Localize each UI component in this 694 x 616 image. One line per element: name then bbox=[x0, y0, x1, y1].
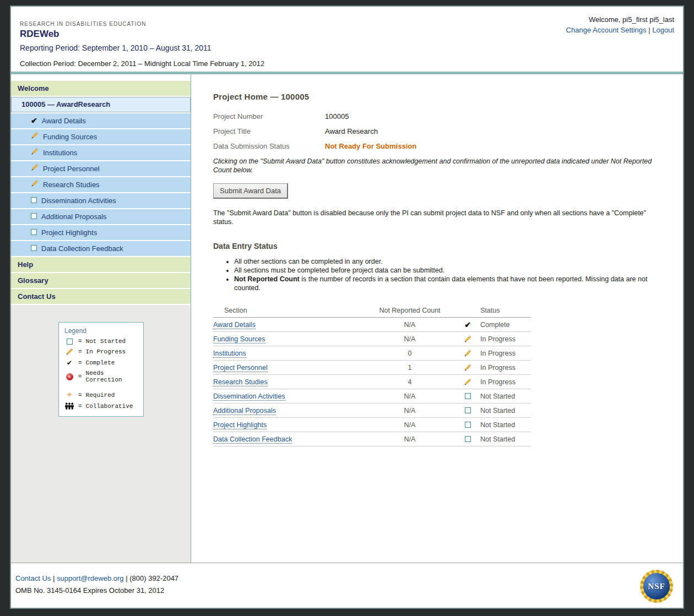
square-icon bbox=[465, 422, 471, 428]
legend-item-label: Required bbox=[86, 392, 115, 399]
table-row: Dissemination Activities N/A Not Started bbox=[213, 389, 531, 404]
submit-award-data-button[interactable]: Submit Award Data bbox=[213, 183, 288, 199]
status-icon-cell bbox=[457, 422, 479, 428]
pencil-icon bbox=[31, 132, 39, 139]
legend-item: = Collaborative bbox=[64, 402, 138, 410]
pencil-icon bbox=[464, 378, 471, 386]
footer-separator: | bbox=[126, 574, 127, 582]
sidebar-item[interactable]: Additional Proposals bbox=[11, 209, 191, 224]
welcome-user-text: Welcome, pi5_first pi5_last bbox=[566, 15, 674, 24]
sidebar-item[interactable]: Dissemination Activities bbox=[11, 193, 191, 208]
sidebar-item[interactable]: Help bbox=[11, 257, 191, 272]
sidebar-item[interactable]: Glossary bbox=[11, 273, 191, 288]
sidebar-item[interactable]: Contact Us bbox=[11, 289, 191, 304]
legend-item: ✔ = Complete bbox=[64, 359, 138, 367]
status-icon-cell: ✔ bbox=[457, 321, 479, 329]
footer-contact-us-link[interactable]: Contact Us bbox=[15, 574, 51, 582]
nsf-logo-globe: NSF bbox=[643, 573, 670, 599]
legend-equals: = bbox=[78, 392, 82, 399]
legend-item: ✕ = Needs Correction bbox=[64, 370, 138, 383]
sidebar-item-welcome[interactable]: Welcome bbox=[11, 81, 191, 96]
field-value: Not Ready For Submission bbox=[325, 142, 416, 150]
section-link[interactable]: Project Highlights bbox=[213, 421, 267, 429]
omb-expiration-text: OMB No. 3145-0164 Expires October 31, 20… bbox=[15, 586, 683, 595]
sidebar-item-label: Data Collection Feedback bbox=[41, 241, 123, 256]
bullet-text: All sections must be completed before pr… bbox=[234, 266, 444, 274]
reporting-period: Reporting Period: September 1, 2010 – Au… bbox=[20, 43, 683, 52]
collection-period: Collection Period: December 2, 2011 – Mi… bbox=[20, 59, 683, 68]
sidebar-item[interactable]: Project Personnel bbox=[11, 161, 191, 176]
col-header-section: Section bbox=[213, 307, 363, 314]
bullet-item: All other sections can be completed in a… bbox=[234, 257, 665, 266]
section-link[interactable]: Additional Proposals bbox=[213, 407, 276, 415]
status-icon-cell bbox=[457, 378, 479, 386]
project-field-row: Project Title Award Research bbox=[213, 127, 683, 135]
sidebar-item[interactable]: ✔ Award Details bbox=[11, 113, 191, 128]
sidebar-item[interactable]: Institutions bbox=[11, 145, 191, 160]
table-row: Project Personnel 1 In Progress bbox=[213, 361, 531, 375]
sidebar-item-label: Project Highlights bbox=[41, 225, 97, 240]
sidebar-nav: Welcome 100005 — AwardResearch ✔ Award D… bbox=[11, 74, 191, 563]
sidebar-item[interactable]: Research Studies bbox=[11, 177, 191, 192]
change-account-settings-link[interactable]: Change Account Settings bbox=[566, 26, 647, 34]
pencil-icon bbox=[31, 179, 39, 187]
project-field-row: Data Submission Status Not Ready For Sub… bbox=[213, 142, 683, 150]
legend-item: ✳ = Required bbox=[64, 391, 138, 399]
submit-disabled-note: The "Submit Award Data" button is disabl… bbox=[213, 209, 664, 226]
sidebar-item[interactable]: Funding Sources bbox=[11, 129, 191, 144]
table-row: Project Highlights N/A Not Started bbox=[213, 418, 531, 432]
status-text: In Progress bbox=[479, 364, 531, 372]
data-entry-status-heading: Data Entry Status bbox=[213, 242, 683, 250]
footer-email-link[interactable]: support@rdeweb.org bbox=[57, 574, 124, 582]
nsf-logo: NSF bbox=[640, 570, 673, 603]
sidebar-item[interactable]: Data Collection Feedback bbox=[11, 241, 191, 256]
legend-item: = In Progress bbox=[64, 348, 138, 356]
footer-phone: (800) 392-2047 bbox=[129, 574, 178, 582]
col-header-count: Not Reported Count bbox=[363, 307, 457, 314]
bullet-bold-text: Not Reported Count bbox=[234, 275, 300, 283]
not-reported-count: 1 bbox=[363, 364, 457, 372]
section-link[interactable]: Award Details bbox=[213, 321, 256, 329]
pencil-icon bbox=[31, 163, 39, 171]
not-reported-count: 4 bbox=[363, 378, 457, 386]
legend-item-label: In Progress bbox=[86, 348, 126, 355]
pencil-icon bbox=[64, 348, 74, 356]
status-icon-cell bbox=[457, 436, 479, 442]
section-link[interactable]: Dissemination Activities bbox=[213, 393, 285, 401]
field-label: Data Submission Status bbox=[213, 142, 325, 150]
field-label: Project Number bbox=[213, 112, 325, 121]
square-icon bbox=[31, 229, 37, 235]
section-link[interactable]: Project Personnel bbox=[213, 364, 268, 372]
header-link-separator: | bbox=[648, 26, 650, 34]
error-icon: ✕ bbox=[64, 373, 74, 380]
app-window: RESEARCH IN DISABILITIES EDUCATION RDEWe… bbox=[10, 6, 684, 609]
sidebar-item-label: Award Details bbox=[42, 113, 86, 128]
square-icon bbox=[465, 407, 471, 413]
table-row: Funding Sources N/A In Progress bbox=[213, 332, 531, 346]
sidebar-item-label: Additional Proposals bbox=[41, 209, 107, 224]
check-icon: ✔ bbox=[31, 117, 37, 124]
status-text: Not Started bbox=[479, 421, 531, 429]
footer: Contact Us | support@rdeweb.org | (800) … bbox=[11, 563, 683, 607]
pencil-icon bbox=[464, 350, 471, 357]
table-row: Institutions 0 In Progress bbox=[213, 346, 531, 361]
field-label: Project Title bbox=[213, 127, 325, 135]
legend-equals: = bbox=[78, 403, 82, 410]
sidebar-item-project[interactable]: 100005 — AwardResearch bbox=[11, 97, 191, 112]
section-link[interactable]: Institutions bbox=[213, 350, 246, 358]
sidebar-item[interactable]: Project Highlights bbox=[11, 225, 191, 240]
section-link[interactable]: Funding Sources bbox=[213, 335, 265, 344]
legend-equals: = bbox=[78, 348, 82, 355]
status-icon-cell bbox=[457, 364, 479, 372]
sidebar-item-label: Institutions bbox=[43, 145, 77, 160]
section-link[interactable]: Data Collection Feedback bbox=[213, 435, 292, 444]
logout-link[interactable]: Logout bbox=[652, 26, 674, 34]
sidebar-item-label: Research Studies bbox=[43, 177, 100, 192]
check-icon: ✔ bbox=[464, 321, 471, 329]
status-text: Not Started bbox=[479, 435, 531, 443]
field-value: Award Research bbox=[325, 127, 378, 135]
legend-box: Legend = Not Started = bbox=[58, 322, 144, 417]
not-reported-count: N/A bbox=[363, 421, 457, 429]
legend-title: Legend bbox=[64, 327, 138, 335]
section-link[interactable]: Research Studies bbox=[213, 378, 268, 386]
